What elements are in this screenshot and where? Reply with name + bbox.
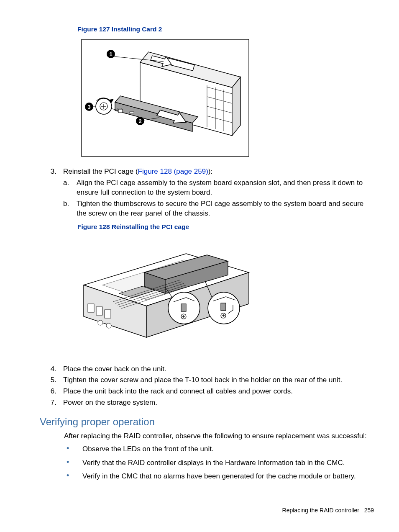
bullet-3-text: Verify in the CMC that no alarms have be… — [82, 472, 374, 481]
step-3a-letter: a. — [63, 178, 77, 198]
page: Figure 127 Installing Card 2 — [0, 0, 399, 532]
step-7: 7. Power on the storage system. — [40, 398, 374, 408]
bullet-1-text: Observe the LEDs on the front of the uni… — [82, 445, 374, 454]
svg-rect-58 — [221, 303, 226, 311]
step-3-sublist: a. Align the PCI cage assembly to the sy… — [63, 178, 374, 218]
figure-128-block: Figure 128 Reinstalling the PCI cage — [77, 223, 374, 356]
step-4-number: 4. — [40, 365, 63, 374]
step-5-number: 5. — [40, 375, 63, 385]
step-5: 5. Tighten the cover screw and place the… — [40, 375, 374, 385]
step-3-body: Reinstall the PCI cage (Figure 128 (page… — [63, 167, 374, 220]
svg-rect-45 — [88, 304, 94, 312]
bullet-2-text: Verify that the RAID controller displays… — [82, 458, 374, 468]
step-7-text: Power on the storage system. — [63, 398, 374, 408]
step-3-tail: ): — [208, 167, 212, 175]
bullet-3: • Verify in the CMC that no alarms have … — [64, 472, 374, 481]
svg-marker-3 — [232, 77, 240, 136]
section-heading: Verifying proper operation — [40, 415, 374, 429]
footer-page: 259 — [364, 507, 374, 514]
bullet-2: • Verify that the RAID controller displa… — [64, 458, 374, 468]
step-3b-text: Tighten the thumbscrews to secure the PC… — [77, 199, 374, 218]
footer-title: Replacing the RAID controller — [282, 507, 359, 514]
figure-127-svg: 1 2 3 — [77, 37, 253, 159]
step-5-text: Tighten the cover screw and place the T-… — [63, 375, 374, 385]
step-4: 4. Place the cover back on the unit. — [40, 365, 374, 374]
figure-128-svg — [77, 235, 253, 356]
svg-rect-52 — [181, 304, 186, 311]
svg-text:3: 3 — [87, 104, 90, 110]
bullet-icon: • — [64, 472, 82, 481]
figure-127-block: Figure 127 Installing Card 2 — [77, 25, 374, 159]
svg-text:1: 1 — [109, 51, 112, 57]
step-3-lead: Reinstall the PCI cage ( — [63, 167, 138, 175]
svg-point-48 — [98, 320, 103, 325]
steps-list-cont: 4. Place the cover back on the unit. 5. … — [40, 365, 374, 408]
svg-point-49 — [106, 323, 111, 328]
bullet-icon: • — [64, 458, 82, 468]
step-6-number: 6. — [40, 387, 63, 396]
step-4-text: Place the cover back on the unit. — [63, 365, 374, 374]
step-6: 6. Place the unit back into the rack and… — [40, 387, 374, 396]
step-3a: a. Align the PCI cage assembly to the sy… — [63, 178, 374, 198]
bullet-list: • Observe the LEDs on the front of the u… — [64, 445, 374, 482]
figure-128-link[interactable]: Figure 128 (page 259) — [138, 167, 208, 175]
svg-rect-14 — [130, 112, 134, 113]
section-intro: After replacing the RAID controller, obs… — [64, 432, 374, 441]
svg-rect-47 — [105, 310, 111, 318]
svg-rect-22 — [118, 109, 123, 113]
step-3b-letter: b. — [63, 199, 77, 218]
figure-128-caption: Figure 128 Reinstalling the PCI cage — [77, 223, 374, 231]
bullet-icon: • — [64, 445, 82, 454]
step-3a-text: Align the PCI cage assembly to the syste… — [77, 178, 374, 198]
figure-127-caption: Figure 127 Installing Card 2 — [77, 25, 374, 34]
steps-list: 3. Reinstall the PCI cage (Figure 128 (p… — [40, 167, 374, 220]
svg-rect-46 — [96, 307, 102, 315]
step-3b: b. Tighten the thumbscrews to secure the… — [63, 199, 374, 218]
figure-127-image: 1 2 3 — [77, 37, 253, 159]
figure-128-image — [77, 235, 253, 356]
step-6-text: Place the unit back into the rack and co… — [63, 387, 374, 396]
page-footer: Replacing the RAID controller 259 — [282, 506, 374, 514]
svg-text:2: 2 — [138, 118, 141, 124]
step-3: 3. Reinstall the PCI cage (Figure 128 (p… — [40, 167, 374, 220]
bullet-1: • Observe the LEDs on the front of the u… — [64, 445, 374, 454]
step-3-number: 3. — [40, 167, 63, 220]
step-7-number: 7. — [40, 398, 63, 408]
